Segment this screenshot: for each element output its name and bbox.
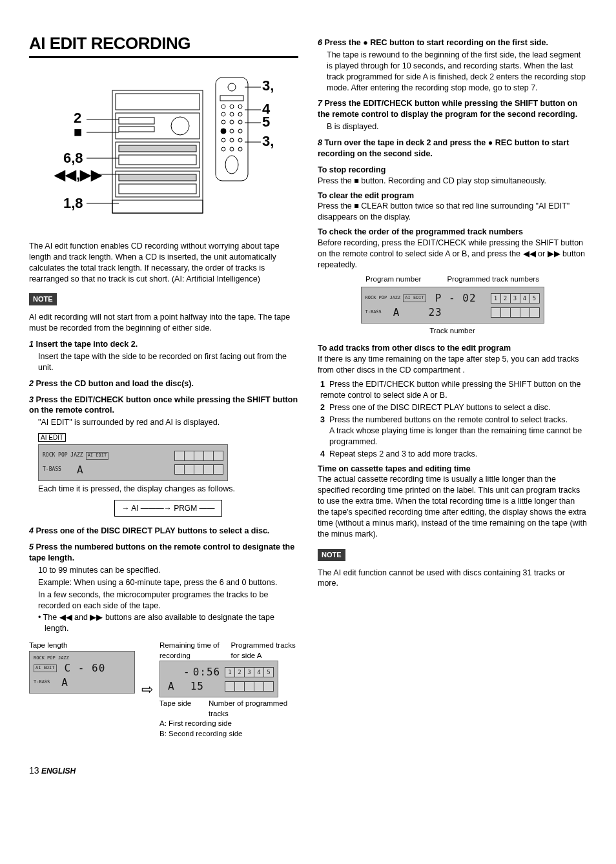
svg-point-20 — [230, 112, 234, 116]
page-title: AI EDIT RECORDING — [29, 32, 298, 58]
svg-point-16 — [221, 105, 225, 108]
svg-point-3 — [171, 117, 189, 135]
note-2: The AI edit function cannot be used with… — [318, 568, 587, 590]
svg-point-25 — [221, 129, 226, 134]
svg-text:■: ■ — [74, 124, 82, 140]
svg-text:◀◀,▶▶: ◀◀,▶▶ — [54, 167, 103, 183]
svg-rect-10 — [119, 174, 196, 181]
svg-text:3,7: 3,7 — [262, 77, 274, 94]
step-8: 8 Turn over the tape in deck 2 and press… — [318, 138, 587, 159]
svg-point-32 — [230, 147, 234, 151]
svg-text:3,7: 3,7 — [262, 133, 274, 149]
svg-point-24 — [238, 120, 242, 124]
stereo-remote-diagram: 2 ■ 6,8 ◀◀,▶▶ 1,8 3,7 4 5 3,7 — [54, 65, 274, 232]
svg-text:6,8: 6,8 — [63, 150, 83, 166]
svg-rect-8 — [119, 155, 196, 165]
stop-recording: To stop recording Press the ■ button. Re… — [318, 165, 587, 187]
svg-point-18 — [238, 105, 242, 108]
svg-point-17 — [230, 105, 234, 108]
svg-point-21 — [238, 112, 242, 116]
step-3: 3 Press the EDIT/CHECK button once while… — [29, 395, 298, 521]
svg-point-26 — [230, 129, 234, 133]
svg-text:1,8: 1,8 — [63, 195, 83, 211]
hero-diagram: 2 ■ 6,8 ◀◀,▶▶ 1,8 3,7 4 5 3,7 — [29, 65, 298, 236]
page-footer: 13 ENGLISH — [29, 765, 587, 777]
svg-point-22 — [221, 120, 225, 124]
note-badge: NOTE — [29, 293, 57, 305]
lcd-row: Tape length ROCK POP JAZZ AI EDIT C - 60… — [29, 641, 298, 739]
step-4: 4 Press one of the DISC DIRECT PLAY butt… — [29, 526, 298, 537]
svg-point-14 — [228, 83, 236, 91]
svg-point-31 — [221, 147, 225, 151]
intro-paragraph: The AI edit function enables CD recordin… — [29, 241, 298, 285]
svg-point-23 — [230, 120, 234, 124]
step-6: 6 Press the ● REC button to start record… — [318, 37, 587, 93]
svg-point-28 — [221, 138, 225, 142]
check-lcd-labels-top: Program number Programmed track numbers … — [318, 274, 587, 336]
flow-box: → AI ———→ PRGM —— — [114, 500, 221, 517]
svg-text:5: 5 — [262, 114, 270, 130]
svg-point-27 — [238, 129, 242, 133]
lcd-ai-edit: AI EDIT ROCK POP JAZZ AI EDIT T-BASS A — [38, 432, 298, 481]
svg-rect-12 — [112, 200, 203, 213]
svg-rect-15 — [220, 96, 243, 101]
svg-rect-11 — [119, 184, 196, 194]
step-1: 1 Insert the tape into deck 2. Insert th… — [29, 339, 298, 373]
svg-rect-5 — [119, 127, 154, 132]
svg-point-33 — [238, 147, 242, 151]
svg-rect-1 — [116, 94, 200, 110]
svg-rect-7 — [119, 145, 196, 152]
step-5: 5 Press the numbered buttons on the remo… — [29, 542, 298, 634]
svg-rect-2 — [116, 113, 200, 139]
svg-point-30 — [238, 138, 242, 142]
clear-program: To clear the edit program Press the ■ CL… — [318, 190, 587, 223]
add-tracks: To add tracks from other discs to the ed… — [318, 343, 587, 376]
check-order: To check the order of the programmed tra… — [318, 227, 587, 271]
note-badge-2: NOTE — [318, 549, 345, 561]
svg-point-34 — [225, 156, 238, 174]
note-1: AI edit recording will not start from a … — [29, 312, 298, 334]
svg-point-19 — [221, 112, 225, 116]
time-on-tapes: Time on cassette tapes and editing time … — [318, 464, 587, 540]
svg-rect-4 — [119, 118, 154, 124]
add-tracks-list: 1Press the EDIT/CHECK button while press… — [320, 379, 587, 459]
step-2: 2 Press the CD button and load the disc(… — [29, 378, 298, 389]
svg-point-29 — [230, 138, 234, 142]
arrow-icon: ⇨ — [141, 680, 153, 699]
step-7: 7 Press the EDIT/CHECK button while pres… — [318, 98, 587, 132]
